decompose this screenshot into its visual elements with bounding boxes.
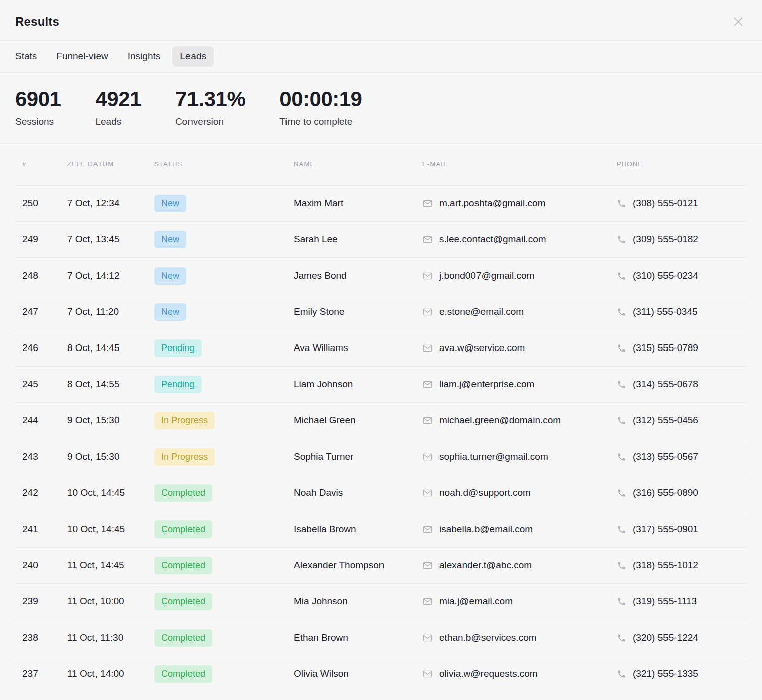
- stat-time-to-complete: 00:00:19Time to complete: [279, 87, 362, 127]
- column-header-date: Zeit, Datum: [67, 160, 154, 168]
- status-badge: In Progress: [154, 412, 215, 430]
- status-badge: Completed: [154, 665, 212, 683]
- row-email: liam.j@enterprise.com: [439, 379, 534, 390]
- row-email: j.bond007@gmail.com: [439, 270, 534, 281]
- row-date: 7 Oct, 13:45: [67, 234, 154, 245]
- row-email-cell: sophia.turner@gmail.com: [422, 451, 617, 462]
- table-row[interactable]: 238 11 Oct, 11:30 Completed Ethan Brown …: [15, 620, 747, 656]
- tab-funnel-view[interactable]: Funnel-view: [49, 46, 115, 67]
- tabs-bar: StatsFunnel-viewInsightsLeads: [0, 40, 762, 73]
- row-status-cell: Completed: [154, 593, 294, 611]
- phone-icon: [617, 235, 626, 244]
- mail-icon: [422, 488, 433, 498]
- leads-table: # Zeit, Datum Status Name E-mail Phone 2…: [0, 144, 762, 700]
- row-email-cell: alexander.t@abc.com: [422, 560, 617, 571]
- table-row[interactable]: 241 10 Oct, 14:45 Completed Isabella Bro…: [15, 511, 747, 547]
- mail-icon: [422, 596, 433, 607]
- status-badge: Pending: [154, 376, 202, 394]
- row-phone-cell: (311) 555-0345: [617, 306, 747, 317]
- row-date: 11 Oct, 14:00: [67, 668, 154, 679]
- row-email-cell: olivia.w@requests.com: [422, 668, 617, 679]
- mail-icon: [422, 271, 433, 281]
- row-name: Emily Stone: [294, 306, 422, 317]
- row-phone: (312) 555-0456: [633, 415, 698, 426]
- row-name: Michael Green: [294, 415, 422, 426]
- table-row[interactable]: 244 9 Oct, 15:30 In Progress Michael Gre…: [15, 402, 747, 439]
- row-phone: (308) 555-0121: [633, 198, 698, 209]
- row-phone: (315) 555-0789: [633, 342, 698, 354]
- table-row[interactable]: 243 9 Oct, 15:30 In Progress Sophia Turn…: [15, 439, 747, 475]
- row-status-cell: Completed: [154, 557, 294, 575]
- row-id: 238: [15, 632, 67, 643]
- row-name: Maxim Mart: [294, 198, 422, 209]
- row-date: 9 Oct, 15:30: [67, 451, 154, 462]
- phone-icon: [617, 633, 626, 643]
- row-email: m.art.poshta@gmail.com: [439, 198, 545, 209]
- tab-insights[interactable]: Insights: [120, 46, 168, 67]
- table-row[interactable]: 237 11 Oct, 14:00 Completed Olivia Wilso…: [15, 656, 747, 692]
- row-email: sophia.turner@gmail.com: [439, 451, 548, 462]
- row-phone: (316) 555-0890: [633, 487, 698, 498]
- status-badge: Completed: [154, 520, 212, 539]
- phone-icon: [617, 307, 626, 317]
- table-header-row: # Zeit, Datum Status Name E-mail Phone: [15, 144, 747, 185]
- stat-label: Time to complete: [279, 116, 362, 127]
- mail-icon: [422, 524, 433, 535]
- tab-stats[interactable]: Stats: [8, 46, 44, 67]
- table-row[interactable]: 245 8 Oct, 14:55 Pending Liam Johnson li…: [15, 366, 747, 402]
- mail-icon: [422, 343, 433, 354]
- close-button[interactable]: [730, 13, 747, 30]
- status-badge: Pending: [154, 339, 202, 358]
- column-header-name: Name: [294, 160, 422, 168]
- table-row[interactable]: 250 7 Oct, 12:34 New Maxim Mart m.art.po…: [15, 185, 747, 221]
- table-row[interactable]: 240 11 Oct, 14:45 Completed Alexander Th…: [15, 547, 747, 583]
- row-id: 239: [15, 596, 67, 607]
- table-row[interactable]: 246 8 Oct, 14:45 Pending Ava Williams av…: [15, 330, 747, 366]
- column-header-phone: Phone: [617, 160, 747, 168]
- row-phone: (319) 555-1113: [633, 596, 697, 607]
- row-name: Liam Johnson: [294, 379, 422, 390]
- row-status-cell: New: [154, 267, 294, 285]
- phone-icon: [617, 343, 626, 353]
- phone-icon: [617, 524, 626, 534]
- row-name: Sarah Lee: [294, 234, 422, 245]
- row-name: James Bond: [294, 270, 422, 281]
- mail-icon: [422, 234, 433, 245]
- row-email: michael.green@domain.com: [439, 415, 561, 426]
- row-phone-cell: (309) 555-0182: [617, 234, 747, 245]
- row-email: ethan.b@services.com: [439, 632, 537, 643]
- row-date: 7 Oct, 14:12: [67, 270, 154, 281]
- mail-icon: [422, 633, 433, 643]
- tab-leads[interactable]: Leads: [172, 46, 214, 67]
- status-badge: Completed: [154, 484, 212, 502]
- row-status-cell: Pending: [154, 376, 294, 394]
- table-row[interactable]: 242 10 Oct, 14:45 Completed Noah Davis n…: [15, 475, 747, 511]
- row-date: 8 Oct, 14:45: [67, 342, 154, 354]
- row-status-cell: Completed: [154, 484, 294, 502]
- row-phone: (317) 555-0901: [633, 523, 698, 535]
- table-row[interactable]: 249 7 Oct, 13:45 New Sarah Lee s.lee.con…: [15, 221, 747, 257]
- row-email: olivia.w@requests.com: [439, 668, 538, 679]
- phone-icon: [617, 380, 626, 389]
- table-row[interactable]: 239 11 Oct, 10:00 Completed Mia Johnson …: [15, 583, 747, 620]
- row-phone-cell: (310) 555-0234: [617, 270, 747, 281]
- row-date: 7 Oct, 12:34: [67, 198, 154, 209]
- phone-icon: [617, 561, 626, 570]
- phone-icon: [617, 452, 626, 462]
- row-status-cell: In Progress: [154, 412, 294, 430]
- row-date: 11 Oct, 10:00: [67, 596, 154, 607]
- row-email-cell: m.art.poshta@gmail.com: [422, 198, 617, 209]
- row-id: 244: [15, 415, 67, 426]
- mail-icon: [422, 198, 433, 209]
- row-phone-cell: (318) 555-1012: [617, 560, 747, 571]
- stat-conversion: 71.31%Conversion: [175, 87, 245, 127]
- row-email: e.stone@email.com: [439, 306, 524, 317]
- row-name: Olivia Wilson: [294, 668, 422, 679]
- row-id: 237: [15, 668, 67, 679]
- row-status-cell: Pending: [154, 339, 294, 358]
- row-email-cell: liam.j@enterprise.com: [422, 379, 617, 390]
- row-id: 245: [15, 379, 67, 390]
- table-row[interactable]: 248 7 Oct, 14:12 New James Bond j.bond00…: [15, 257, 747, 294]
- table-row[interactable]: 247 7 Oct, 11:20 New Emily Stone e.stone…: [15, 294, 747, 330]
- row-phone-cell: (317) 555-0901: [617, 523, 747, 535]
